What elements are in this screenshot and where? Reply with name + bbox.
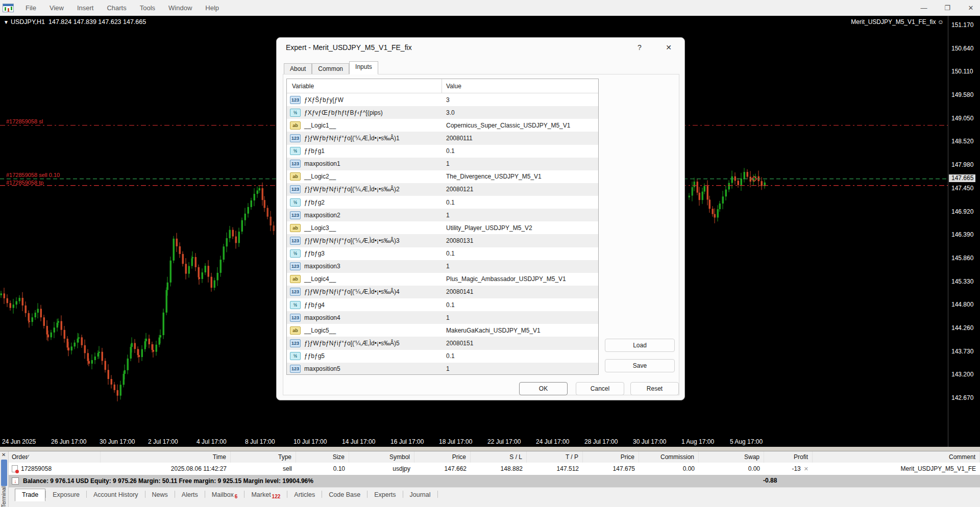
maximize-icon[interactable]: ❐ xyxy=(942,4,952,12)
terminal-tab-trade[interactable]: Trade xyxy=(15,489,45,501)
column-header-time[interactable]: Time xyxy=(101,451,231,463)
save-button[interactable]: Save xyxy=(605,359,675,372)
menu-item-insert[interactable]: Insert xyxy=(70,0,101,16)
value-cell[interactable]: 1 xyxy=(442,160,450,167)
menu-item-file[interactable]: File xyxy=(19,0,43,16)
value-cell[interactable]: Utility_Player_USDJPY_M5_V2 xyxy=(442,224,532,232)
column-header-swap[interactable]: Swap xyxy=(699,451,764,463)
dialog-close-icon[interactable]: ✕ xyxy=(658,41,679,54)
terminal-tab-exposure[interactable]: Exposure xyxy=(46,489,86,501)
chart-window-icon[interactable] xyxy=(3,4,14,12)
value-cell[interactable]: 1 xyxy=(442,212,450,219)
menu-item-window[interactable]: Window xyxy=(162,0,199,16)
input-row[interactable]: ½ƒƒbƒg50.1 xyxy=(287,350,598,363)
input-row[interactable]: 123ƒ}ƒWƒbƒNƒiƒ“ƒo[('¼‚Æ‚Ìd•¡•s‰Â)1200801… xyxy=(287,132,598,144)
value-cell[interactable]: Plus_Magic_Ambassador_USDJPY_M5_V1 xyxy=(442,275,566,283)
terminal-tab-journal[interactable]: Journal xyxy=(403,489,437,501)
tab-common[interactable]: Common xyxy=(312,63,349,74)
terminal-scrollbar[interactable] xyxy=(1,460,7,486)
value-cell[interactable]: 20080141 xyxy=(442,288,473,295)
terminal-tab-mailbox[interactable]: Mailbox6 xyxy=(205,489,244,501)
close-position-icon[interactable]: ✕ xyxy=(804,466,808,472)
value-cell[interactable]: 3.0 xyxy=(442,109,455,116)
minimize-icon[interactable]: — xyxy=(919,4,929,12)
input-row[interactable]: ½ƒƒbƒg20.1 xyxy=(287,196,598,209)
input-row[interactable]: ab__Logic3__Utility_Player_USDJPY_M5_V2 xyxy=(287,221,598,234)
panel-separator[interactable] xyxy=(0,447,980,451)
input-row[interactable]: 123maxposition41 xyxy=(287,311,598,324)
terminal-tab-news[interactable]: News xyxy=(145,489,175,501)
input-row[interactable]: 123ƒ}ƒWƒbƒNƒiƒ“ƒo[('¼‚Æ‚Ìd•¡•s‰Â)5200801… xyxy=(287,337,598,349)
value-column-header[interactable]: Value xyxy=(442,83,461,90)
ok-button[interactable]: OK xyxy=(519,382,568,395)
column-header-order[interactable]: Order ∕ xyxy=(9,451,101,463)
terminal-tab-alerts[interactable]: Alerts xyxy=(175,489,205,501)
value-cell[interactable]: 1 xyxy=(442,365,450,372)
input-row[interactable]: ab__Logic2__The_Divergence_USDJPY_M5_V1 xyxy=(287,170,598,183)
terminal-tab-experts[interactable]: Experts xyxy=(368,489,402,501)
input-row[interactable]: ab__Logic4__Plus_Magic_Ambassador_USDJPY… xyxy=(287,273,598,286)
variable-column-header[interactable]: Variable xyxy=(287,79,442,93)
value-cell[interactable]: 0.1 xyxy=(442,147,455,155)
column-header-price[interactable]: Price xyxy=(583,451,639,463)
input-row[interactable]: ab__Logic5__MakeruGaKachi_USDJPY_M5_V1 xyxy=(287,324,598,337)
input-row[interactable]: 123maxposition11 xyxy=(287,158,598,170)
time-axis[interactable]: 24 Jun 202526 Jun 17:0030 Jun 17:002 Jul… xyxy=(0,437,948,447)
help-icon[interactable]: ? xyxy=(631,41,648,54)
input-row[interactable]: ½ƒXƒvƒŒƒbƒhƒtƒBƒ‹ƒ^[(pips)3.0 xyxy=(287,106,598,119)
value-cell[interactable]: 0.1 xyxy=(442,301,455,309)
terminal-tab-market[interactable]: Market122 xyxy=(244,489,287,501)
value-cell[interactable]: 20080131 xyxy=(442,237,473,244)
column-header-type[interactable]: Type xyxy=(231,451,296,463)
value-cell[interactable]: 3 xyxy=(442,96,450,104)
input-row[interactable]: 123ƒXƒŠƒbƒy[ƒW3 xyxy=(287,93,598,106)
input-row[interactable]: 123ƒ}ƒWƒbƒNƒiƒ“ƒo[('¼‚Æ‚Ìd•¡•s‰Â)4200801… xyxy=(287,286,598,298)
reset-button[interactable]: Reset xyxy=(630,382,679,395)
input-row[interactable]: 123ƒ}ƒWƒbƒNƒiƒ“ƒo[('¼‚Æ‚Ìd•¡•s‰Â)2200801… xyxy=(287,183,598,196)
input-row[interactable]: 123maxposition31 xyxy=(287,260,598,273)
column-header-price[interactable]: Price xyxy=(414,451,471,463)
value-cell[interactable]: 20080151 xyxy=(442,340,473,347)
price-axis[interactable]: 151.170150.640150.110149.580149.050148.5… xyxy=(948,16,980,447)
input-row[interactable]: 123maxposition51 xyxy=(287,363,598,375)
column-header-size[interactable]: Size xyxy=(296,451,349,463)
order-row[interactable]: 1728590582025.08.06 11:42:27sell0.10usdj… xyxy=(9,463,980,475)
menu-item-view[interactable]: View xyxy=(43,0,70,16)
input-row[interactable]: ½ƒƒbƒg30.1 xyxy=(287,247,598,260)
close-icon[interactable]: ✕ xyxy=(966,4,976,12)
value-cell[interactable]: Copernicus_Super_Classic_USDJPY_M5_V1 xyxy=(442,122,570,129)
value-cell[interactable]: 1 xyxy=(442,263,450,270)
menu-item-charts[interactable]: Charts xyxy=(100,0,133,16)
input-row[interactable]: 123maxposition21 xyxy=(287,209,598,221)
value-cell[interactable]: 0.1 xyxy=(442,199,455,206)
tab-inputs[interactable]: Inputs xyxy=(349,61,378,74)
chevron-down-icon[interactable]: ▼ xyxy=(4,19,9,25)
terminal-close-icon[interactable]: ✕ xyxy=(2,452,6,458)
value-cell[interactable]: 20080121 xyxy=(442,186,473,193)
tab-about[interactable]: About xyxy=(284,63,312,74)
input-row[interactable]: ½ƒƒbƒg40.1 xyxy=(287,298,598,311)
ea-smiley-icon[interactable]: ☺ xyxy=(938,18,944,26)
menu-item-help[interactable]: Help xyxy=(199,0,226,16)
column-header-s-l[interactable]: S / L xyxy=(471,451,527,463)
value-cell[interactable]: 0.1 xyxy=(442,250,455,257)
value-cell[interactable]: 20080111 xyxy=(442,135,473,142)
input-row[interactable]: ab__Logic1__Copernicus_Super_Classic_USD… xyxy=(287,119,598,132)
column-header-commission[interactable]: Commission xyxy=(639,451,699,463)
terminal-tab-code-base[interactable]: Code Base xyxy=(322,489,367,501)
terminal-tab-articles[interactable]: Articles xyxy=(287,489,322,501)
column-header-symbol[interactable]: Symbol xyxy=(349,451,414,463)
input-row[interactable]: 123ƒ}ƒWƒbƒNƒiƒ“ƒo[('¼‚Æ‚Ìd•¡•s‰Â)3200801… xyxy=(287,234,598,247)
value-cell[interactable]: The_Divergence_USDJPY_M5_V1 xyxy=(442,173,542,180)
value-cell[interactable]: MakeruGaKachi_USDJPY_M5_V1 xyxy=(442,327,541,334)
menu-item-tools[interactable]: Tools xyxy=(133,0,162,16)
value-cell[interactable]: 0.1 xyxy=(442,352,455,360)
column-header-profit[interactable]: Profit xyxy=(764,451,813,463)
column-header-comment[interactable]: Comment xyxy=(813,451,980,463)
input-row[interactable]: ½ƒƒbƒg10.1 xyxy=(287,145,598,158)
cancel-button[interactable]: Cancel xyxy=(576,382,624,395)
column-header-t-p[interactable]: T / P xyxy=(527,451,583,463)
load-button[interactable]: Load xyxy=(605,339,675,352)
value-cell[interactable]: 1 xyxy=(442,314,450,321)
terminal-tab-account-history[interactable]: Account History xyxy=(87,489,145,501)
